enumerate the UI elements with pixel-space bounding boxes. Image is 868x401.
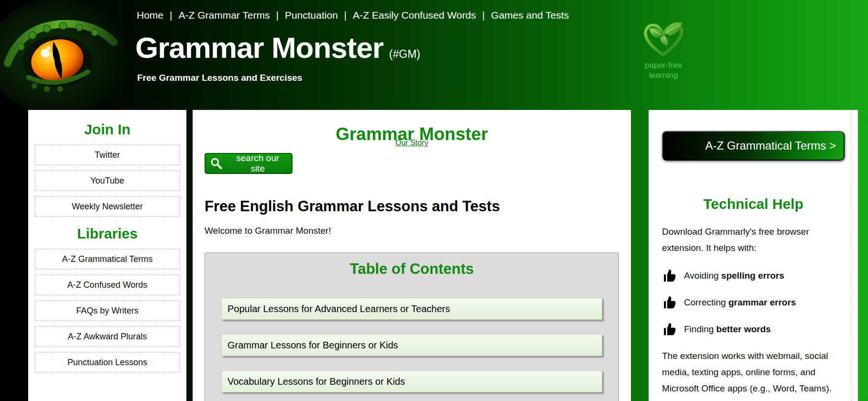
main-heading-wrap: Our Story Grammar Monster: [205, 124, 619, 148]
benefit-text: Finding better words: [684, 324, 771, 335]
top-nav: Home|A-Z Grammar Terms|Punctuation|A-Z E…: [137, 10, 569, 21]
main-content: Our Story Grammar Monster search our sit…: [193, 110, 631, 401]
technical-help-intro: Download Grammarly's free browser extens…: [662, 224, 845, 256]
welcome-text: Welcome to Grammar Monster!: [205, 226, 619, 236]
page-subheading: Free English Grammar Lessons and Tests: [205, 198, 619, 215]
technical-help-heading: Technical Help: [662, 196, 845, 212]
benefit-item-2: Correcting grammar errors: [662, 295, 845, 310]
paper-free-logo: paper-free learning: [632, 16, 694, 80]
sidebar-item-faqs-by-writers[interactable]: FAQs by Writers: [34, 300, 180, 321]
search-icon: [210, 157, 223, 170]
nav-separator: |: [482, 10, 485, 21]
sidebar-item-punctuation-lessons[interactable]: Punctuation Lessons: [34, 352, 180, 373]
toc-item-3[interactable]: Vocabulary Lessons for Beginners or Kids: [221, 370, 602, 392]
thumbs-up-icon: [662, 295, 676, 310]
nav-link-games-and-tests[interactable]: Games and Tests: [491, 10, 569, 21]
main-heading: Grammar Monster: [336, 124, 488, 144]
benefit-text: Correcting grammar errors: [684, 297, 796, 308]
page: Home|A-Z Grammar Terms|Punctuation|A-Z E…: [0, 0, 868, 401]
sidebar-heading-join-in: Join In: [28, 121, 186, 138]
sidebar-item-twitter[interactable]: Twitter: [34, 144, 180, 165]
search-our-site-button[interactable]: search our site: [205, 153, 293, 174]
benefit-bold-text: spelling errors: [721, 271, 784, 281]
benefit-text: Avoiding spelling errors: [684, 271, 784, 281]
benefit-bold-text: better words: [716, 324, 771, 334]
az-grammatical-terms-button[interactable]: A-Z Grammatical Terms >: [662, 131, 845, 161]
sidebar-item-a-z-grammatical-terms[interactable]: A-Z Grammatical Terms: [34, 249, 180, 270]
nav-link-a-z-easily-confused-words[interactable]: A-Z Easily Confused Words: [353, 10, 476, 21]
technical-help-outro: The extension works with webmail, social…: [662, 348, 845, 397]
nav-separator: |: [276, 10, 278, 21]
sidebar-item-a-z-confused-words[interactable]: A-Z Confused Words: [34, 274, 180, 295]
nav-link-home[interactable]: Home: [137, 10, 163, 21]
panel-edge-divider: [851, 110, 852, 401]
benefit-bold-text: grammar errors: [728, 297, 796, 307]
nav-separator: |: [170, 10, 172, 21]
benefit-item-3: Finding better words: [662, 322, 845, 336]
leaf-heart-icon: [635, 16, 692, 57]
nav-link-a-z-grammar-terms[interactable]: A-Z Grammar Terms: [179, 10, 270, 21]
toc-item-1[interactable]: Popular Lessons for Advanced Learners or…: [221, 298, 602, 320]
thumbs-up-icon: [662, 269, 676, 283]
sidebar-item-a-z-awkward-plurals[interactable]: A-Z Awkward Plurals: [34, 326, 180, 347]
thumbs-up-icon: [662, 322, 676, 336]
logo-caption-line2: learning: [632, 70, 694, 80]
dragon-eye-image: [0, 0, 130, 110]
site-title-text: Grammar Monster: [135, 31, 383, 64]
right-sidebar: A-Z Grammatical Terms > Technical Help D…: [649, 110, 858, 401]
sidebar-item-weekly-newsletter[interactable]: Weekly Newsletter: [34, 196, 180, 217]
site-title: Grammar Monster(#GM): [135, 31, 420, 65]
left-sidebar: Join InTwitterYouTubeWeekly NewsletterLi…: [28, 110, 186, 401]
site-title-suffix: (#GM): [389, 48, 420, 60]
search-button-label: search our site: [228, 153, 287, 174]
nav-link-punctuation[interactable]: Punctuation: [285, 10, 338, 21]
nav-separator: |: [344, 10, 347, 21]
toc-heading: Table of Contents: [205, 260, 618, 278]
toc-item-2[interactable]: Grammar Lessons for Beginners or Kids: [221, 334, 602, 356]
logo-caption-line1: paper-free: [632, 60, 694, 70]
table-of-contents: Table of Contents Popular Lessons for Ad…: [205, 252, 619, 401]
benefit-item-1: Avoiding spelling errors: [662, 269, 845, 283]
sidebar-item-youtube[interactable]: YouTube: [34, 170, 180, 191]
sidebar-heading-libraries: Libraries: [28, 226, 186, 242]
site-tagline: Free Grammar Lessons and Exercises: [137, 73, 302, 83]
